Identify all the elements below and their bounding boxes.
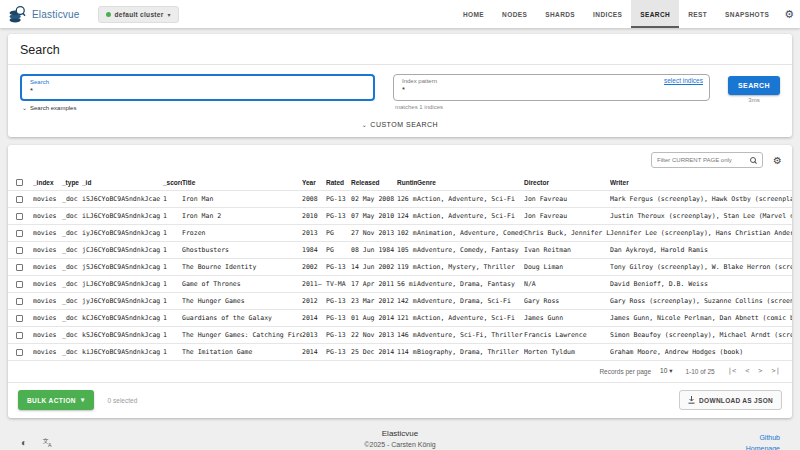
table-row[interactable]: movies_dociyJ6CYoBC9ASndnkJcag1Frozen201… <box>8 224 792 241</box>
language-translate-icon[interactable]: 文 A <box>40 434 56 450</box>
records-per-page-select[interactable]: 10 ▾ <box>660 367 672 375</box>
table-row[interactable]: movies_docjyJ6CYoBC9ASndnkJcag1The Hunge… <box>8 292 792 309</box>
records-per-page-label: Records per page <box>599 368 651 375</box>
cell-type: _doc <box>62 259 82 275</box>
settings-gear-icon[interactable]: ⚙ <box>784 8 794 21</box>
table-row[interactable]: movies_dockCJ6CYoBC9ASndnkJcag1Guardians… <box>8 309 792 326</box>
cell-index: movies <box>33 293 62 309</box>
nav-tab-home[interactable]: HOME <box>454 0 493 28</box>
previous-page-icon[interactable]: < <box>745 367 749 375</box>
footer-link-homepage[interactable]: Homepage <box>746 443 780 450</box>
row-checkbox[interactable] <box>16 196 23 203</box>
nav-tab-shards[interactable]: SHARDS <box>536 0 584 28</box>
cell-title: Frozen <box>182 225 302 241</box>
cell-type: _doc <box>62 191 82 207</box>
download-json-button[interactable]: DOWNLOAD AS JSON <box>679 390 782 410</box>
column-header-writer[interactable]: Writer <box>610 175 792 190</box>
table-row[interactable]: movies_dockiJ6CYoBC9ASndnkJcag1The Imita… <box>8 343 792 360</box>
cell-writer: Justin Theroux (screenplay), Stan Lee (M… <box>610 208 792 224</box>
table-filter-input[interactable] <box>657 157 750 163</box>
row-checkbox[interactable] <box>16 264 23 271</box>
table-settings-gear-icon[interactable]: ⚙ <box>773 155 782 166</box>
column-header-title[interactable]: Title <box>182 175 302 190</box>
bulk-action-bar: BULK ACTION ▾ 0 selected DOWNLOAD AS JSO… <box>8 382 792 418</box>
nav-tab-search[interactable]: SEARCH <box>631 0 679 28</box>
select-indices-link[interactable]: select indices <box>664 77 703 84</box>
cell-writer: Gary Ross (screenplay), Suzanne Collins … <box>610 293 792 309</box>
column-header-id[interactable]: _id <box>82 175 163 190</box>
table-row[interactable]: movies_docjCJ6CYoBC9ASndnkJcag1Ghostbust… <box>8 241 792 258</box>
cell-rated: PG-13 <box>326 310 351 326</box>
search-button[interactable]: SEARCH <box>728 76 780 95</box>
cell-writer: Simon Beaufoy (screenplay), Michael Arnd… <box>610 327 792 343</box>
cell-genre: Adventure, Drama, Sci-Fi <box>417 293 524 309</box>
table-row[interactable]: movies_docjSJ6CYoBC9ASndnkJcag1The Bourn… <box>8 258 792 275</box>
row-checkbox[interactable] <box>16 247 23 254</box>
column-header-runtime[interactable]: Runtime <box>397 175 417 190</box>
last-page-icon[interactable]: >| <box>772 367 780 375</box>
table-row[interactable]: movies_dociSJ6CYoBC9ASndnkJcae1Iron Man2… <box>8 190 792 207</box>
column-header-type[interactable]: _type <box>62 175 82 190</box>
cell-director: Morten Tyldum <box>524 344 610 360</box>
cell-score: 1 <box>163 310 182 326</box>
column-header-score[interactable]: _score <box>163 175 182 190</box>
cell-id: iyJ6CYoBC9ASndnkJcag <box>82 225 163 241</box>
cell-title: Guardians of the Galaxy <box>182 310 302 326</box>
index-pattern-input[interactable]: Index pattern * select indices <box>393 74 710 101</box>
cell-writer: James Gunn, Nicole Perlman, Dan Abnett (… <box>610 310 792 326</box>
bulk-action-button[interactable]: BULK ACTION ▾ <box>18 390 94 410</box>
row-checkbox[interactable] <box>16 315 23 322</box>
cell-director: Doug Liman <box>524 259 610 275</box>
cell-title: Iron Man 2 <box>182 208 302 224</box>
search-examples-toggle[interactable]: ⌄Search examples <box>20 104 375 111</box>
footer-links: GithubHomepage <box>746 432 780 450</box>
column-header-index[interactable]: _index <box>33 175 62 190</box>
cell-genre: Action, Adventure, Sci-Fi <box>417 208 524 224</box>
cell-type: _doc <box>62 276 82 292</box>
first-page-icon[interactable]: |< <box>728 367 736 375</box>
table-filter-field[interactable] <box>651 152 763 168</box>
row-checkbox[interactable] <box>16 332 23 339</box>
nav-tab-rest[interactable]: REST <box>679 0 716 28</box>
custom-search-toggle[interactable]: ⌄CUSTOM SEARCH <box>8 113 792 137</box>
cell-genre: Adventure, Comedy, Fantasy <box>417 242 524 258</box>
cell-writer: Graham Moore, Andrew Hodges (book) <box>610 344 792 360</box>
table-row[interactable]: movies_dockSJ6CYoBC9ASndnkJcag1The Hunge… <box>8 326 792 343</box>
cell-type: _doc <box>62 310 82 326</box>
cell-director: N/A <box>524 276 610 292</box>
brand[interactable]: Elasticvue <box>8 5 80 24</box>
download-icon <box>688 396 695 404</box>
column-header-director[interactable]: Director <box>524 175 610 190</box>
row-checkbox[interactable] <box>16 213 23 220</box>
row-checkbox[interactable] <box>16 298 23 305</box>
row-checkbox[interactable] <box>16 230 23 237</box>
next-page-icon[interactable]: > <box>758 367 762 375</box>
theme-toggle-icon[interactable]: ◐ <box>16 434 32 450</box>
nav-tab-indices[interactable]: INDICES <box>584 0 631 28</box>
column-header-genre[interactable]: Genre <box>417 175 524 190</box>
row-checkbox[interactable] <box>16 349 23 356</box>
table-row[interactable]: movies_docjLJ6CYoBC9ASndnkJcag1Game of T… <box>8 275 792 292</box>
search-query-input[interactable]: Search * <box>20 74 375 101</box>
column-header-rated[interactable]: Rated <box>326 175 351 190</box>
select-all-checkbox[interactable] <box>16 179 23 186</box>
cluster-select-button[interactable]: default cluster ▾ <box>98 6 179 23</box>
search-card: Search Search * ⌄Search examples Index p… <box>8 34 792 137</box>
cell-year: 2012 <box>302 293 326 309</box>
row-checkbox[interactable] <box>16 281 23 288</box>
nav-tab-snapshots[interactable]: SNAPSHOTS <box>716 0 778 28</box>
column-header-released[interactable]: Released <box>351 175 397 190</box>
cell-score: 1 <box>163 208 182 224</box>
cell-released: 23 Mar 2012 <box>351 293 397 309</box>
cell-director: Gary Ross <box>524 293 610 309</box>
index-pattern-label: Index pattern <box>402 77 701 85</box>
cell-released: 14 Jun 2002 <box>351 259 397 275</box>
cell-score: 1 <box>163 327 182 343</box>
chevron-down-icon: ▾ <box>81 396 85 404</box>
cell-writer: David Benioff, D.B. Weiss <box>610 276 792 292</box>
table-row[interactable]: movies_dociLJ6CYoBC9ASndnkJcag1Iron Man … <box>8 207 792 224</box>
cell-rated: PG-13 <box>326 327 351 343</box>
nav-tab-nodes[interactable]: NODES <box>493 0 536 28</box>
column-header-year[interactable]: Year <box>302 175 326 190</box>
footer-link-github[interactable]: Github <box>746 432 780 443</box>
